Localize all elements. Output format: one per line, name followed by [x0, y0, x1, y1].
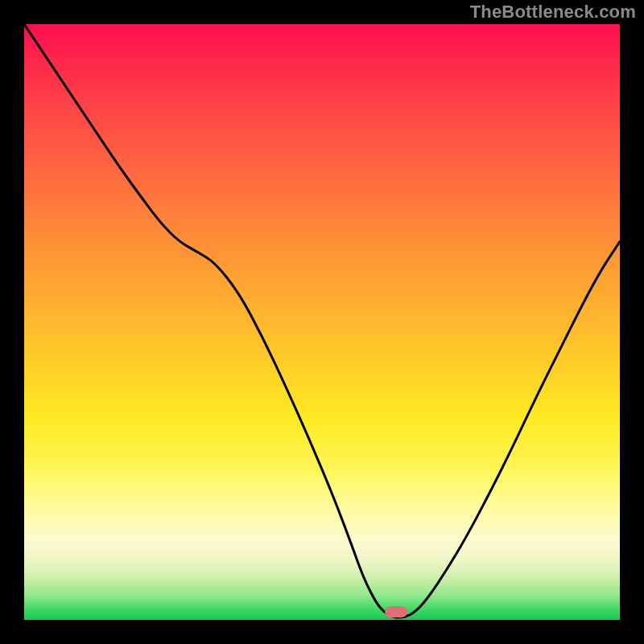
curve-path — [24, 24, 620, 617]
watermark-text: TheBottleneck.com — [470, 2, 636, 23]
app-frame: TheBottleneck.com — [0, 0, 644, 644]
chart-area — [24, 24, 620, 620]
bottleneck-marker — [385, 606, 407, 617]
bottleneck-curve — [24, 24, 620, 620]
